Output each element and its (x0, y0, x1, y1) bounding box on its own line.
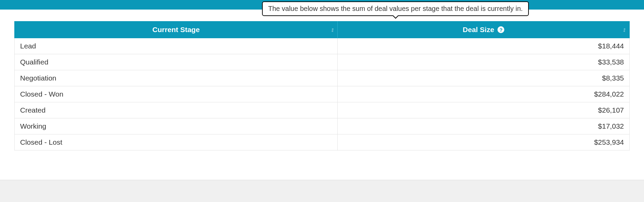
table-body: Lead $18,444 Qualified $33,538 Negotiati… (15, 38, 630, 150)
stage-cell: Closed - Lost (15, 134, 338, 150)
col-header-deal-size[interactable]: Deal Size ? ↓↑ (338, 21, 630, 38)
help-icon[interactable]: ? (497, 26, 504, 33)
deal-size-tooltip: The value below shows the sum of deal va… (262, 1, 529, 16)
tooltip-text: The value below shows the sum of deal va… (268, 5, 523, 12)
stage-cell: Lead (15, 38, 338, 54)
size-cell: $18,444 (338, 38, 630, 54)
col-header-label: Current Stage (152, 26, 200, 34)
size-cell: $17,032 (338, 118, 630, 134)
sort-icon[interactable]: ↓↑ (331, 26, 333, 33)
stage-cell: Working (15, 118, 338, 134)
size-cell: $8,335 (338, 70, 630, 86)
deal-stage-table: Current Stage ↓↑ Deal Size ? ↓↑ Le (14, 21, 630, 150)
table-panel: Current Stage ↓↑ Deal Size ? ↓↑ Le (0, 10, 644, 180)
size-cell: $26,107 (338, 102, 630, 118)
sort-icon[interactable]: ↓↑ (623, 26, 625, 33)
table-row: Lead $18,444 (15, 38, 630, 54)
stage-cell: Qualified (15, 54, 338, 70)
table-row: Negotiation $8,335 (15, 70, 630, 86)
table-row: Closed - Won $284,022 (15, 86, 630, 102)
col-header-label: Deal Size (463, 26, 494, 34)
table-row: Working $17,032 (15, 118, 630, 134)
col-header-current-stage[interactable]: Current Stage ↓↑ (15, 21, 338, 38)
page-root: The value below shows the sum of deal va… (0, 0, 644, 180)
table-row: Closed - Lost $253,934 (15, 134, 630, 150)
size-cell: $33,538 (338, 54, 630, 70)
table-row: Created $26,107 (15, 102, 630, 118)
stage-cell: Created (15, 102, 338, 118)
size-cell: $284,022 (338, 86, 630, 102)
size-cell: $253,934 (338, 134, 630, 150)
stage-cell: Closed - Won (15, 86, 338, 102)
table-row: Qualified $33,538 (15, 54, 630, 70)
table-header-row: Current Stage ↓↑ Deal Size ? ↓↑ (15, 21, 630, 38)
stage-cell: Negotiation (15, 70, 338, 86)
